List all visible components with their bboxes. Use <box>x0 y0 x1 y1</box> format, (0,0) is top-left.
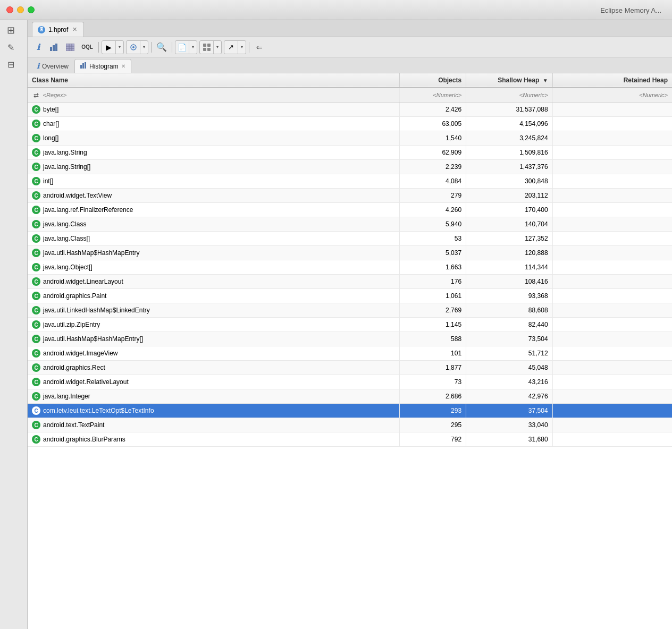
table-row[interactable]: Cjava.lang.Integer2,68642,976 <box>28 389 672 404</box>
toolbar-oql-btn[interactable]: OQL <box>79 40 96 54</box>
toolbar-sep-4 <box>249 42 249 53</box>
table-row[interactable]: Cint[]4,084300,848 <box>28 174 672 189</box>
main-area: 🗄 1.hprof ✕ ℹ <box>28 20 672 629</box>
toolbar-copy-arrow: ▾ <box>189 41 197 54</box>
table-row[interactable]: Clong[]1,5403,245,824 <box>28 131 672 146</box>
header-retained-heap[interactable]: Retained Heap <box>552 73 672 88</box>
filter-retained-input[interactable] <box>557 92 668 98</box>
header-objects[interactable]: Objects <box>400 73 466 88</box>
objects-cell: 2,426 <box>400 103 466 117</box>
filter-retained-cell <box>552 88 672 103</box>
filter-class-input[interactable] <box>43 92 396 98</box>
retained-heap-cell <box>552 332 672 346</box>
class-name-cell: Cint[] <box>28 174 400 189</box>
file-tab-close[interactable]: ✕ <box>71 26 78 33</box>
table-row[interactable]: Candroid.graphics.BlurParams79231,680 <box>28 432 672 447</box>
table-row[interactable]: Cjava.util.HashMap$HashMapEntry[]58873,5… <box>28 332 672 346</box>
filter-objects-input[interactable] <box>404 92 461 98</box>
table-row[interactable]: Candroid.graphics.Paint1,06193,368 <box>28 289 672 303</box>
class-name-text: int[] <box>43 177 53 185</box>
objects-cell: 279 <box>400 189 466 203</box>
shallow-heap-cell: 73,504 <box>466 332 552 346</box>
histogram-table-container[interactable]: Class Name Objects Shallow Heap ▼ Retain… <box>28 73 672 629</box>
retained-heap-cell <box>552 160 672 174</box>
retained-heap-cell <box>552 174 672 189</box>
retained-heap-cell <box>552 275 672 289</box>
svg-rect-2 <box>55 44 57 51</box>
toolbar-copy-btn[interactable]: 📄 ▾ <box>175 40 197 54</box>
retained-heap-cell <box>552 260 672 275</box>
class-name-text: java.lang.String <box>43 149 87 156</box>
table-row[interactable]: Candroid.widget.ImageView10151,712 <box>28 346 672 361</box>
table-row[interactable]: Cbyte[]2,42631,537,088 <box>28 103 672 117</box>
objects-cell: 792 <box>400 432 466 447</box>
tab-overview[interactable]: ℹ Overview <box>31 59 74 73</box>
class-name-cell: Candroid.widget.LinearLayout <box>28 275 400 289</box>
objects-cell: 53 <box>400 232 466 246</box>
retained-heap-cell <box>552 131 672 146</box>
tab-overview-label: Overview <box>42 63 69 70</box>
class-name-text: java.lang.ref.FinalizerReference <box>43 206 133 214</box>
toolbar-search-btn[interactable]: 🔍 <box>154 40 169 54</box>
class-name-text: java.util.HashMap$HashMapEntry[] <box>43 335 143 343</box>
class-name-text: long[] <box>43 134 58 142</box>
filter-shallow-input[interactable] <box>471 92 548 98</box>
toolbar-run-btn[interactable]: ▶ ▾ <box>102 40 124 54</box>
table-row[interactable]: Candroid.text.TextPaint29533,040 <box>28 418 672 432</box>
table-row[interactable]: Candroid.widget.LinearLayout176108,416 <box>28 275 672 289</box>
table-row[interactable]: Cjava.lang.Class[]53127,352 <box>28 232 672 246</box>
class-name-text: java.util.HashMap$HashMapEntry <box>43 249 139 257</box>
class-name-cell: Candroid.widget.RelativeLayout <box>28 375 400 389</box>
toolbar-back-btn[interactable]: ⇐ <box>252 40 267 54</box>
objects-cell: 588 <box>400 332 466 346</box>
table-row[interactable]: Candroid.graphics.Rect1,87745,048 <box>28 361 672 375</box>
table-row[interactable]: Cjava.util.LinkedHashMap$LinkedEntry2,76… <box>28 303 672 318</box>
class-name-text: android.graphics.Paint <box>43 292 106 300</box>
file-tab-hprof[interactable]: 🗄 1.hprof ✕ <box>32 22 84 37</box>
class-name-text: android.widget.RelativeLayout <box>43 378 129 386</box>
table-row[interactable]: Cchar[]63,0054,154,096 <box>28 117 672 131</box>
toolbar-layout-btn[interactable]: ▾ <box>199 40 222 54</box>
maximize-button[interactable] <box>28 6 35 13</box>
toolbar-sep-1 <box>98 42 99 53</box>
table-row[interactable]: Cjava.lang.String62,9091,509,816 <box>28 146 672 160</box>
table-row[interactable]: Cjava.lang.String[]2,2391,437,376 <box>28 160 672 174</box>
retained-heap-cell <box>552 375 672 389</box>
table-row[interactable]: Cjava.lang.Class5,940140,704 <box>28 217 672 232</box>
retained-heap-cell <box>552 246 672 260</box>
table-body: ⇄ Cbyte[]2,42 <box>28 88 672 447</box>
toolbar-inspect-btn[interactable]: ▾ <box>126 40 148 54</box>
class-name-cell: Candroid.widget.TextView <box>28 189 400 203</box>
header-class-name[interactable]: Class Name <box>28 73 400 88</box>
sidebar-panel-toggle[interactable]: ⊞ <box>1 22 20 38</box>
table-row[interactable]: Cjava.lang.Object[]1,663114,344 <box>28 260 672 275</box>
minimize-button[interactable] <box>17 6 24 13</box>
sidebar-edit-icon[interactable]: ✎ <box>1 39 20 55</box>
file-tab-icon: 🗄 <box>38 26 45 33</box>
close-button[interactable] <box>6 6 13 13</box>
tab-histogram[interactable]: Histogram ✕ <box>74 59 131 73</box>
toolbar-chart-btn[interactable] <box>47 40 62 54</box>
table-row[interactable]: Cjava.util.HashMap$HashMapEntry5,037120,… <box>28 246 672 260</box>
class-name-cell: Cjava.util.zip.ZipEntry <box>28 318 400 332</box>
class-name-text: byte[] <box>43 106 58 113</box>
sidebar-hierarchy-icon[interactable]: ⊟ <box>1 56 20 72</box>
table-row[interactable]: Ccom.letv.leui.text.LeTextOpt$LeTextInfo… <box>28 404 672 418</box>
table-row[interactable]: Candroid.widget.RelativeLayout7343,216 <box>28 375 672 389</box>
shallow-heap-cell: 82,440 <box>466 318 552 332</box>
objects-cell: 2,769 <box>400 303 466 318</box>
tab-histogram-close[interactable]: ✕ <box>121 63 125 69</box>
table-row[interactable]: Cjava.lang.ref.FinalizerReference4,26017… <box>28 203 672 217</box>
retained-heap-cell <box>552 346 672 361</box>
class-icon: C <box>32 435 40 444</box>
toolbar-export-btn[interactable]: ↗ ▾ <box>224 40 246 54</box>
toolbar-table-btn[interactable] <box>63 40 78 54</box>
toolbar-export-main: ↗ <box>224 41 238 54</box>
svg-rect-15 <box>80 65 82 69</box>
table-row[interactable]: Candroid.widget.TextView279203,112 <box>28 189 672 203</box>
toolbar: ℹ OQL ▶ <box>28 37 672 57</box>
retained-heap-cell <box>552 303 672 318</box>
table-row[interactable]: Cjava.util.zip.ZipEntry1,14582,440 <box>28 318 672 332</box>
toolbar-info-btn[interactable]: ℹ <box>31 40 46 54</box>
header-shallow-heap[interactable]: Shallow Heap ▼ <box>466 73 552 88</box>
